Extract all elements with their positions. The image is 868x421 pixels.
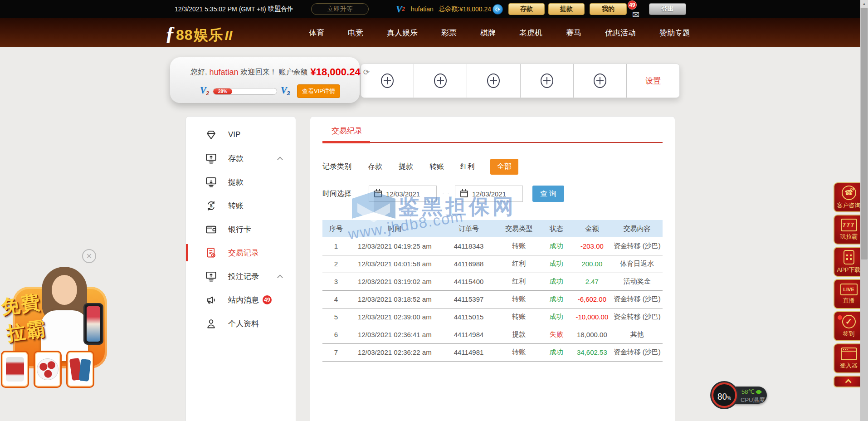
sidebar-item-messages[interactable]: 站内消息 49	[186, 288, 296, 312]
logout-button[interactable]: 登出	[649, 3, 686, 15]
filter-bonus[interactable]: 红利	[460, 162, 475, 171]
chevron-up-icon[interactable]	[277, 274, 283, 280]
total-balance-text: 总余额:¥18,000.24	[439, 0, 491, 18]
refresh-icon[interactable]: ⟳	[363, 68, 370, 77]
sidebar-item-profile[interactable]: 个人资料	[186, 312, 296, 335]
col-time: 时间	[350, 220, 440, 237]
alliance-link[interactable]: 联盟合作	[268, 0, 293, 18]
table-row: 512/03/2021 02:39:00 am44115015转账成功-10,0…	[322, 308, 663, 326]
nav-item-slots[interactable]: 老虎机	[507, 28, 554, 38]
status-cell: 成功	[540, 255, 572, 273]
browser-window-icon	[841, 348, 857, 360]
play-slots-button[interactable]: 777 玩拉霸	[834, 215, 864, 245]
sidebar-item-deposit[interactable]: 存款	[186, 147, 296, 170]
search-button[interactable]: 查 询	[532, 186, 564, 202]
filter-withdraw[interactable]: 提款	[399, 162, 413, 171]
message-count-badge: 49	[628, 0, 637, 10]
back-to-top-button[interactable]	[834, 376, 864, 387]
nav-item-sponsorship[interactable]: 赞助专题	[648, 28, 702, 38]
live-stream-button[interactable]: LIVE 直播	[834, 279, 864, 309]
customer-service-button[interactable]: ☎24 客户咨询	[834, 182, 864, 212]
vip-progress-fill: 28%	[213, 88, 232, 94]
promo-phone-image	[83, 303, 103, 345]
date-to-input[interactable]: 12/03/2021	[455, 186, 523, 202]
notification-dot	[838, 315, 842, 320]
promo-prize-thumbnails	[1, 351, 94, 388]
vip-level-icon: V2	[396, 0, 405, 18]
vip-details-button[interactable]: 查看VIP详情	[297, 84, 340, 98]
quick-add-slot-3[interactable]	[467, 64, 520, 98]
filter-transfer[interactable]: 转账	[429, 162, 444, 171]
quick-add-slot-5[interactable]	[574, 64, 627, 98]
sign-in-button[interactable]: ✓ 签到	[834, 311, 864, 341]
welcome-message: 您好, hufatian 欢迎回来！ 账户余额 ¥18,000.24 ⟳	[190, 66, 370, 78]
nav-item-horse-racing[interactable]: 赛马	[554, 28, 593, 38]
close-icon[interactable]: ✕	[82, 249, 96, 263]
table-row: 612/03/2021 02:36:41 am44114984提款失败18,00…	[322, 326, 663, 343]
settings-button[interactable]: 设置	[627, 64, 679, 98]
prize-ball-thumb[interactable]	[34, 351, 62, 388]
chevron-up-icon[interactable]	[277, 157, 283, 162]
table-row: 412/03/2021 03:18:52 am44115397转账成功-6,60…	[322, 290, 663, 308]
datetime-text: 12/3/2021 5:35:02 PM (GMT +8)	[175, 0, 266, 18]
plus-circle-icon	[593, 73, 607, 89]
transaction-table: 序号 时间 订单号 交易类型 状态 金额 交易内容 112/03/2021 04…	[322, 220, 663, 362]
withdraw-icon	[205, 176, 217, 188]
col-index: 序号	[322, 220, 350, 237]
messages-badge: 49	[263, 295, 272, 304]
page-scrollbar[interactable]: ▲	[860, 0, 868, 421]
chevron-up-icon	[845, 379, 851, 385]
prize-phones-thumb[interactable]	[66, 351, 94, 388]
sidebar-item-withdraw[interactable]: 提款	[186, 170, 296, 194]
col-order-id: 订单号	[440, 220, 498, 237]
date-from-input[interactable]: 12/03/2021	[369, 186, 437, 202]
deposit-button[interactable]: 存款	[508, 3, 545, 15]
prize-jersey-thumb[interactable]	[1, 351, 29, 388]
amount-cell: 200.00	[572, 255, 611, 273]
tab-transaction-records[interactable]: 交易纪录	[332, 126, 362, 136]
person-icon	[205, 318, 217, 330]
nav-item-lottery[interactable]: 彩票	[429, 28, 468, 38]
quick-add-slot-2[interactable]	[414, 64, 467, 98]
nav-item-boardgames[interactable]: 棋牌	[468, 28, 507, 38]
nav-item-esports[interactable]: 电竞	[336, 28, 375, 38]
deposit-icon	[205, 152, 217, 165]
refresh-balance-icon[interactable]: ⟳	[493, 4, 503, 15]
logo-f-glyph: ƒ	[165, 22, 175, 45]
sidebar-item-vip[interactable]: VIP	[186, 123, 296, 147]
floating-menu: ☎24 客户咨询 777 玩拉霸 APP下载 LIVE 直播 ✓ 签到 登入器	[834, 182, 864, 387]
sidebar-item-transaction-records[interactable]: 交易记录	[186, 241, 296, 264]
quick-add-slot-4[interactable]	[521, 64, 574, 98]
time-select-row: 时间选择 12/03/2021 一 12/03/2021 查 询	[322, 186, 663, 202]
cpu-temp-label: CPU温度	[741, 396, 765, 404]
filter-label: 记录类别	[322, 162, 351, 171]
col-status: 状态	[540, 220, 572, 237]
login-tool-button[interactable]: 登入器	[834, 343, 864, 373]
betting-records-icon	[205, 270, 217, 283]
table-header-row: 序号 时间 订单号 交易类型 状态 金额 交易内容	[322, 220, 663, 237]
sidebar-item-transfer[interactable]: $ 转账	[186, 194, 296, 217]
table-row: 212/03/2021 04:01:58 am44116988红利成功200.0…	[322, 255, 663, 273]
welcome-username: hufatian	[209, 68, 238, 77]
status-cell: 成功	[540, 308, 572, 326]
upgrade-button[interactable]: 立即升等	[311, 3, 369, 15]
scroll-up-arrow[interactable]: ▲	[860, 0, 868, 8]
nav-item-live-casino[interactable]: 真人娱乐	[375, 28, 429, 38]
nav-item-promotions[interactable]: 优惠活动	[593, 28, 648, 38]
filter-deposit[interactable]: 存款	[368, 162, 382, 171]
mine-button[interactable]: 我的	[590, 3, 627, 15]
sidebar-item-betting-records[interactable]: 投注记录	[186, 264, 296, 288]
site-logo[interactable]: ƒ 88 娱乐 II	[165, 22, 232, 45]
scrollbar-thumb[interactable]	[861, 8, 868, 259]
status-cell: 成功	[540, 273, 572, 290]
table-row: 112/03/2021 04:19:25 am44118343转账成功-203.…	[322, 237, 663, 255]
filter-all[interactable]: 全部	[490, 159, 518, 175]
nav-item-sports[interactable]: 体育	[297, 28, 336, 38]
sidebar-item-bankcard[interactable]: 银行卡	[186, 217, 296, 241]
amount-cell: -203.00	[572, 237, 611, 255]
withdraw-button[interactable]: 提款	[548, 3, 585, 15]
app-download-button[interactable]: APP下载	[834, 247, 864, 277]
calendar-icon	[460, 191, 468, 197]
mobile-app-icon	[844, 250, 854, 264]
wallet-icon	[205, 223, 217, 235]
